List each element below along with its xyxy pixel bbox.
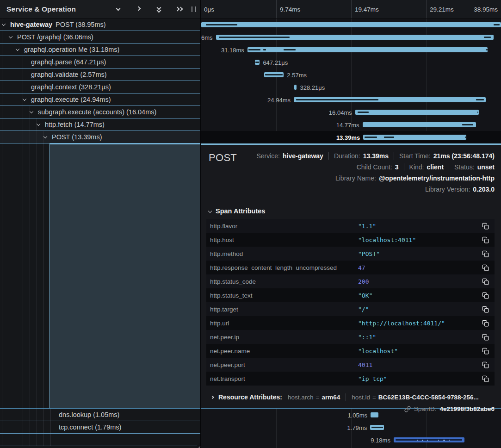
copy-icon[interactable] — [481, 221, 490, 230]
overview-field: Status:unset — [454, 163, 495, 171]
ruler-tick — [276, 0, 277, 18]
span-attributes-table: http.flavor "1.1" http.host "localhost:4… — [206, 219, 495, 386]
span-bar[interactable] — [363, 135, 466, 140]
selected-span-highlight — [49, 143, 200, 408]
field-label: Start Time: — [399, 152, 431, 160]
tree-row[interactable]: dns.lookup (1.05ms) — [0, 409, 200, 421]
tree-row[interactable]: graphql.validate (2.57ms) — [0, 68, 200, 81]
child-span-mark — [476, 99, 484, 100]
child-span-mark — [263, 49, 266, 50]
column-resize-handle[interactable] — [192, 6, 196, 12]
tree-row[interactable]: POST /graphql (36.06ms) — [0, 31, 200, 44]
tree-row[interactable]: subgraph.execute (accounts) (16.04ms) — [0, 106, 200, 118]
attr-value: "/" — [358, 306, 481, 313]
child-span-mark — [358, 112, 369, 113]
attr-value: 200 — [358, 278, 481, 285]
bar-row: 2.57ms — [201, 68, 501, 81]
attr-key: net.transport — [210, 375, 358, 382]
field-value: unset — [477, 163, 495, 171]
equals-sign: = — [315, 394, 319, 401]
span-bar[interactable] — [294, 85, 297, 90]
chevron-down-icon — [208, 209, 212, 213]
tree-row-text: graphql.validate (2.57ms) — [0, 71, 107, 78]
bar-duration-label: 2.57ms — [287, 71, 307, 78]
tree-row[interactable]: http.fetch (14.77ms) — [0, 118, 200, 131]
child-span-mark — [462, 124, 474, 125]
copy-icon[interactable] — [481, 346, 490, 355]
equals-sign: = — [372, 394, 376, 401]
child-span-mark — [465, 137, 466, 138]
span-bar[interactable] — [201, 22, 501, 27]
span-bar[interactable] — [264, 72, 284, 77]
bar-duration-label: 24.94ms — [267, 96, 291, 103]
tree-row[interactable]: graphql.context (328.21μs) — [0, 81, 200, 93]
tree-row[interactable]: graphql.execute (24.94ms) — [0, 93, 200, 106]
child-span-mark — [417, 440, 418, 441]
tree-row[interactable]: graphql.parse (647.21μs) — [0, 56, 200, 68]
span-label: graphql.validate (2.57ms) — [31, 71, 107, 78]
span-label: http.fetch (14.77ms) — [45, 121, 105, 128]
span-bar[interactable] — [394, 437, 464, 442]
expand-all-icon[interactable] — [176, 6, 183, 12]
resource-attributes-title: Resource Attributes: — [218, 393, 282, 401]
span-label: graphql.parse (647.21μs) — [31, 58, 106, 66]
tree-row-text: hive-gateway POST (38.95ms) — [0, 21, 106, 28]
overview-field: Kind:client — [409, 163, 444, 171]
span-label: graphql.context (328.21μs) — [31, 83, 111, 91]
copy-icon[interactable] — [481, 318, 490, 328]
tree-row[interactable]: graphql.operation Me (31.18ms) — [0, 44, 200, 56]
child-span-mark — [384, 137, 394, 138]
attr-key: http.target — [210, 306, 358, 313]
span-bar[interactable] — [294, 97, 486, 102]
field-value: 3 — [395, 163, 399, 171]
attribute-row: http.status_code 200 — [206, 274, 495, 288]
expand-one-icon[interactable] — [135, 6, 142, 12]
ruler-label: 9.74ms — [280, 6, 300, 12]
collapse-all-icon[interactable] — [155, 6, 163, 12]
field-label: Status: — [454, 163, 475, 171]
span-bar[interactable] — [363, 122, 476, 127]
attribute-row: http.response_content_length_uncompresse… — [206, 261, 495, 274]
attribute-row: http.method "POST" — [206, 247, 495, 261]
span-attributes-title: Span Attributes — [216, 207, 265, 215]
copy-icon[interactable] — [481, 291, 490, 300]
tree-controls — [115, 6, 183, 12]
attr-key: http.method — [210, 250, 358, 257]
tree-row[interactable]: hive-gateway POST (38.95ms) — [0, 19, 200, 31]
copy-icon[interactable] — [481, 235, 490, 244]
child-span-mark — [449, 440, 450, 441]
span-bar[interactable] — [247, 47, 488, 52]
copy-icon[interactable] — [481, 277, 490, 286]
span-bar[interactable] — [371, 412, 378, 417]
child-span-mark — [206, 24, 237, 25]
copy-icon[interactable] — [481, 360, 490, 369]
span-label: dns.lookup (1.05ms) — [59, 411, 119, 418]
attr-value: "ip_tcp" — [358, 375, 481, 382]
copy-icon[interactable] — [481, 305, 490, 314]
timeline-rows-top: 38.95ms 36.06ms 31.18ms 647.21μs 2.57ms … — [201, 19, 501, 143]
bar-duration-label: 9.18ms — [371, 436, 390, 443]
bar-row: 13.39ms — [201, 131, 501, 143]
link-icon[interactable] — [404, 406, 411, 412]
span-bar[interactable] — [370, 425, 384, 430]
copy-icon[interactable] — [481, 332, 490, 342]
tree-row-text: http.fetch (14.77ms) — [0, 121, 105, 128]
span-bar[interactable] — [216, 35, 494, 40]
attr-key: http.status_text — [210, 292, 358, 299]
copy-icon[interactable] — [481, 263, 490, 272]
tree-row[interactable]: POST (13.39ms) — [0, 131, 200, 143]
span-bar[interactable] — [355, 110, 479, 115]
resource-attributes-row[interactable]: Resource Attributes: host.arch=arm64host… — [209, 392, 495, 402]
tree-row[interactable]: service-accounts POST (9.18ms) — [0, 434, 200, 446]
field-label: Library Name: — [335, 174, 376, 182]
divider — [449, 163, 449, 171]
ruler-label: 29.21ms — [430, 6, 454, 12]
child-span-mark — [484, 37, 491, 38]
span-tree: hive-gateway POST (38.95ms) POST /graphq… — [0, 19, 200, 448]
tree-row[interactable]: tcp.connect (1.79ms) — [0, 421, 200, 434]
span-attributes-header[interactable]: Span Attributes — [209, 206, 495, 216]
copy-icon[interactable] — [481, 249, 490, 258]
span-bar[interactable] — [255, 60, 260, 65]
copy-icon[interactable] — [481, 374, 490, 383]
collapse-one-icon[interactable] — [115, 6, 122, 12]
